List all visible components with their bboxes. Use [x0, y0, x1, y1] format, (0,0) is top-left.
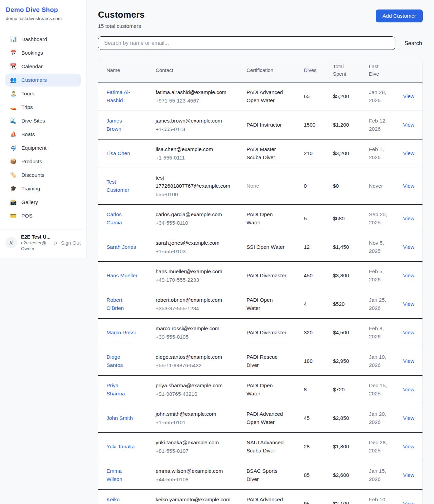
view-link[interactable]: View [403, 472, 414, 478]
customer-email: priya.sharma@example.com [156, 381, 223, 390]
customer-name-link[interactable]: Keiko Yamamoto [106, 496, 138, 504]
sidebar-item-label: Dashboard [21, 36, 47, 42]
sidebar-item-dashboard[interactable]: 📊 Dashboard [5, 33, 81, 46]
customer-name-link[interactable]: Fatima Al-Rashid [106, 88, 138, 105]
customer-phone: +44-555-0108 [156, 475, 223, 484]
customer-total-spent: $3,800 [333, 273, 349, 278]
table-row: John Smith john.smith@example.com +1-555… [98, 404, 423, 432]
shop-domain: demo.test.divestreams.com [6, 16, 80, 21]
sidebar-item-pos[interactable]: 💳 POS [5, 209, 81, 222]
add-customer-button[interactable]: Add Customer [376, 10, 423, 22]
customer-name-link[interactable]: Hans Mueller [106, 272, 137, 280]
customer-total-spent: $2,850 [333, 415, 349, 421]
products-icon: 📦 [10, 159, 17, 164]
customer-total-spent: $1,200 [333, 122, 349, 128]
view-link[interactable]: View [403, 501, 414, 504]
customer-certification: BSAC Sports Diver [246, 467, 288, 483]
view-link[interactable]: View [403, 183, 414, 189]
sidebar-item-training[interactable]: 🎓 Training [5, 182, 81, 195]
customer-total-spent: $1,450 [333, 244, 349, 250]
view-link[interactable]: View [403, 93, 414, 99]
sidebar-item-products[interactable]: 📦 Products [5, 155, 81, 168]
sidebar-item-boats[interactable]: ⛵ Boats [5, 128, 81, 141]
sidebar-item-label: Trips [21, 104, 33, 110]
sidebar-item-discounts[interactable]: 🏷️ Discounts [5, 169, 81, 182]
sidebar-item-dive-sites[interactable]: 🌊 Dive Sites [5, 114, 81, 127]
customer-name-link[interactable]: Lisa Chen [106, 149, 130, 157]
customer-name-link[interactable]: Carlos Garcia [106, 210, 138, 227]
view-link[interactable]: View [403, 301, 414, 307]
training-icon: 🎓 [10, 186, 17, 191]
sidebar-item-customers[interactable]: 👥 Customers [5, 74, 81, 87]
view-link[interactable]: View [403, 122, 414, 128]
sidebar-item-trips[interactable]: 🚤 Trips [5, 101, 81, 114]
customer-certification: PADI Advanced Open Water [246, 88, 288, 105]
customer-certification: PADI Divemaster [246, 329, 287, 337]
table-row: Diego Santos diego.santos@example.com +5… [98, 347, 423, 375]
view-link[interactable]: View [403, 415, 414, 421]
view-link[interactable]: View [403, 150, 414, 156]
table-row: Carlos Garcia carlos.garcia@example.com … [98, 204, 423, 233]
table-row: Robert O'Brien robert.obrien@example.com… [98, 290, 423, 318]
customer-name-link[interactable]: James Brown [106, 117, 138, 133]
calendar-icon: 📆 [10, 64, 17, 69]
bookings-icon: 📅 [10, 50, 17, 56]
view-link[interactable]: View [403, 358, 414, 364]
sidebar-item-label: Equipment [21, 145, 46, 151]
view-link[interactable]: View [403, 244, 414, 250]
customer-certification: NAUI Advanced Scuba Diver [246, 438, 288, 455]
customer-contact: diego.santos@example.com +55-11-99876-54… [156, 353, 222, 370]
customer-name-link[interactable]: Marco Rossi [106, 329, 136, 337]
customer-name-link[interactable]: Yuki Tanaka [106, 443, 135, 451]
customer-name-link[interactable]: Priya Sharma [106, 381, 138, 398]
gallery-icon: 📸 [10, 200, 17, 205]
customer-dives: 5 [304, 216, 307, 221]
customer-total-spent: $520 [333, 301, 344, 307]
customer-name-link[interactable]: Emma Wilson [106, 467, 138, 483]
customer-email: sarah.jones@example.com [156, 239, 219, 247]
sidebar-item-label: Gallery [21, 199, 38, 205]
customer-email: lisa.chen@example.com [156, 145, 213, 153]
customer-name-link[interactable]: Diego Santos [106, 353, 138, 369]
view-link[interactable]: View [403, 444, 414, 449]
view-link[interactable]: View [403, 387, 414, 392]
sidebar-item-calendar[interactable]: 📆 Calendar [5, 60, 81, 73]
equipment-icon: 🤿 [10, 145, 17, 151]
view-link[interactable]: View [403, 216, 414, 221]
customer-email: fatima.alrashid@example.com [156, 88, 226, 96]
customer-rows: Fatima Al-Rashid fatima.alrashid@example… [98, 82, 423, 504]
sign-out-button[interactable]: Sign Out [53, 240, 81, 246]
customer-last-dive: Feb 5, 2026 [369, 267, 393, 284]
table-row: Test Customer test-1772681807767@example… [98, 168, 423, 204]
avatar [5, 237, 17, 248]
column-header-contact: Contact [156, 58, 246, 82]
sidebar-item-equipment[interactable]: 🤿 Equipment [5, 142, 81, 154]
customer-name-link[interactable]: Robert O'Brien [106, 296, 138, 312]
customer-contact: hans.mueller@example.com +49-170-555-223… [156, 267, 222, 284]
sidebar-item-bookings[interactable]: 📅 Bookings [5, 46, 81, 59]
customer-last-dive: Feb 12, 2026 [369, 117, 393, 133]
search-input[interactable] [98, 36, 395, 50]
customer-name-link[interactable]: Sarah Jones [106, 243, 136, 251]
sidebar-item-label: Tours [21, 91, 34, 97]
customer-dives: 450 [304, 273, 313, 278]
sidebar-item-label: Products [21, 158, 42, 165]
search-button[interactable]: Search [404, 39, 423, 48]
tours-icon: 🏝️ [10, 91, 17, 96]
view-link[interactable]: View [403, 330, 414, 335]
customer-certification: PADI Open Water [246, 210, 288, 227]
view-link[interactable]: View [403, 273, 414, 278]
customer-name-link[interactable]: John Smith [106, 414, 133, 422]
customer-dives: 1500 [304, 122, 315, 128]
column-header-dives: Dives [304, 58, 333, 82]
sidebar-item-gallery[interactable]: 📸 Gallery [5, 196, 81, 209]
sidebar-item-tours[interactable]: 🏝️ Tours [5, 87, 81, 100]
customer-email: yuki.tanaka@example.com [156, 438, 219, 447]
customer-phone: +91-98765-43210 [156, 390, 223, 398]
sidebar-item-label: Bookings [21, 50, 43, 56]
user-icon [8, 240, 14, 246]
customer-dives: 12 [304, 244, 310, 250]
customers-table: Name Contact Certification Dives Total S… [98, 58, 423, 504]
customer-name-link[interactable]: Test Customer [106, 178, 138, 194]
customer-certification: PADI Master Scuba Diver [246, 145, 288, 162]
